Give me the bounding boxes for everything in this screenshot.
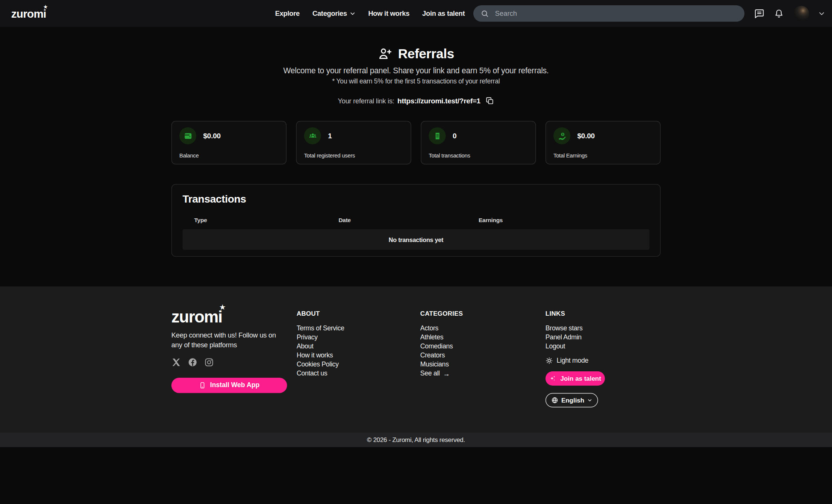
footer-link-musicians[interactable]: Musicians [420,360,463,369]
light-mode-label: Light mode [557,357,588,365]
receipt-icon [429,127,446,144]
hand-dollar-icon: $ [553,127,570,144]
stat-value: $0.00 [203,132,221,140]
stat-label: Balance [179,152,279,159]
globe-icon [551,397,558,404]
install-web-app-button[interactable]: Install Web App [171,377,287,393]
brand-logo[interactable]: zuromi ★ [11,7,46,20]
account-menu-chevron-icon[interactable] [818,10,825,17]
footer-link-browse-stars[interactable]: Browse stars [546,324,605,333]
sparkles-icon [549,375,556,382]
stat-card-earnings: $ $0.00 Total Earnings [546,121,661,165]
footer-link-logout[interactable]: Logout [546,342,605,351]
footer-brand-block: zuromi ★ Keep connect with us! Follow us… [171,308,287,393]
footer-link-privacy[interactable]: Privacy [297,333,344,342]
empty-state-row: No transactions yet [183,229,650,250]
footer-link-comedians[interactable]: Comedians [420,342,463,351]
logo-star-icon: ★ [43,3,48,9]
footer-link-contact[interactable]: Contact us [297,369,344,378]
wallet-icon [179,127,196,144]
light-mode-toggle[interactable]: Light mode [546,357,605,365]
footer-about-column: ABOUT Terms of Service Privacy About How… [297,310,344,378]
navbar-actions [754,6,825,21]
arrow-right-icon: → [443,369,450,378]
language-label: English [561,397,584,404]
notifications-bell-icon[interactable] [774,8,784,19]
categories-heading: CATEGORIES [420,310,463,317]
footer-link-cookies[interactable]: Cookies Policy [297,360,344,369]
footer-link-about[interactable]: About [297,342,344,351]
stat-label: Total Earnings [553,152,653,159]
empty-state-text: No transactions yet [389,236,443,243]
nav-item-how-it-works[interactable]: How it works [368,9,409,17]
footer-logo[interactable]: zuromi ★ [171,308,222,327]
footer: zuromi ★ Keep connect with us! Follow us… [0,286,832,432]
main-nav: Explore Categories How it works Join as … [275,9,465,17]
stat-card-transactions: 0 Total transactions [421,121,536,165]
footer-link-actors[interactable]: Actors [420,324,463,333]
transactions-panel: Transactions Type Date Earnings No trans… [171,184,661,257]
referral-link-url[interactable]: https://zuromi.test/?ref=1 [397,97,480,105]
person-add-icon [378,47,392,61]
mobile-phone-icon [199,382,206,389]
footer-link-creators[interactable]: Creators [420,351,463,360]
viewport: zuromi ★ Explore Categories How it works… [0,0,832,504]
links-heading: LINKS [546,310,605,317]
column-type: Type [194,217,339,223]
footer-link-how-it-works[interactable]: How it works [297,351,344,360]
footer-link-athletes[interactable]: Athletes [420,333,463,342]
nav-item-categories[interactable]: Categories [312,9,356,17]
copy-icon[interactable] [486,97,494,105]
nav-item-explore[interactable]: Explore [275,9,300,17]
chevron-down-icon [588,398,593,403]
logo-star-icon: ★ [219,303,225,312]
page-title: Referrals [398,46,454,62]
top-navbar: zuromi ★ Explore Categories How it works… [0,0,832,27]
stat-card-balance: $0.00 Balance [171,121,286,165]
chevron-down-icon [350,11,356,17]
referrals-note: * You will earn 5% for the first 5 trans… [0,77,832,85]
brand-logo-text: zuromi [11,7,46,19]
stat-value: 1 [328,132,332,140]
copyright-text: © 2026 - Zuromi, All rights reserved. [367,436,465,443]
facebook-icon[interactable] [188,357,197,367]
search-input[interactable] [494,9,737,18]
stat-label: Total registered users [304,152,403,159]
messages-icon[interactable] [754,8,765,19]
join-as-talent-button[interactable]: Join as talent [546,371,605,386]
column-date: Date [338,217,479,223]
footer-categories-column: CATEGORIES Actors Athletes Comedians Cre… [420,310,463,378]
referral-link-row: Your referral link is: https://zuromi.te… [0,97,832,105]
referral-link-label: Your referral link is: [338,97,394,105]
transactions-table-header: Type Date Earnings [183,217,650,223]
svg-text:$: $ [562,133,564,136]
search-icon [481,9,489,17]
stat-value: $0.00 [577,132,595,140]
footer-link-see-all[interactable]: See all → [420,369,463,378]
bottom-spacer [0,447,832,504]
copyright-bar: © 2026 - Zuromi, All rights reserved. [0,432,832,447]
search-bar[interactable] [473,5,744,22]
stat-value: 0 [453,132,456,140]
x-icon[interactable] [171,357,181,367]
footer-links-column: LINKS Browse stars Panel Admin Logout Li… [546,310,605,407]
footer-link-terms[interactable]: Terms of Service [297,324,344,333]
language-selector[interactable]: English [546,393,598,407]
transactions-title: Transactions [183,193,650,205]
footer-tagline: Keep connect with us! Follow us on any o… [171,330,287,350]
user-avatar[interactable] [793,6,809,21]
stat-label: Total transactions [429,152,528,159]
footer-link-panel-admin[interactable]: Panel Admin [546,333,605,342]
referrals-header: Referrals Welcome to your referral panel… [0,27,832,105]
referrals-subtitle: Welcome to your referral panel. Share yo… [0,66,832,75]
stat-card-registered-users: 1 Total registered users [296,121,411,165]
sun-icon [546,357,553,365]
column-earnings: Earnings [479,217,503,223]
users-icon [304,127,321,144]
nav-item-join-as-talent[interactable]: Join as talent [422,9,465,17]
footer-logo-text: zuromi [171,308,222,326]
about-heading: ABOUT [297,310,344,317]
social-links [171,357,287,367]
main-content: Referrals Welcome to your referral panel… [0,27,832,286]
instagram-icon[interactable] [204,357,214,367]
